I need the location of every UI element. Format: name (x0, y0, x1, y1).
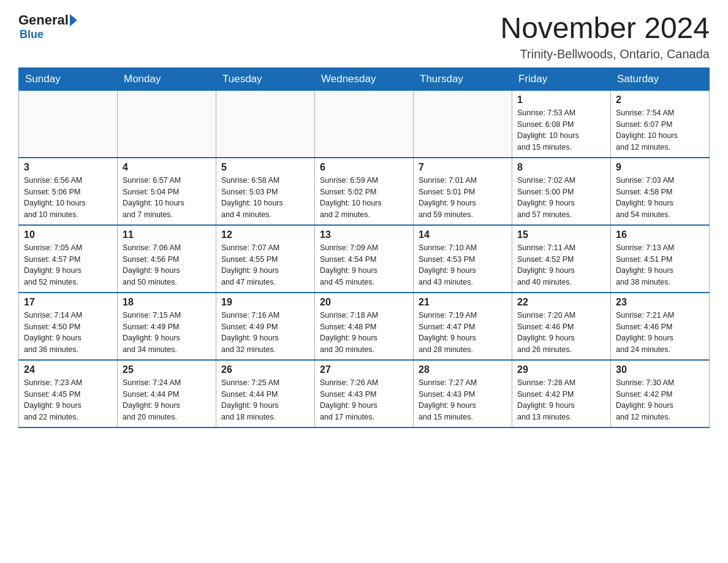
day-number: 15 (517, 229, 605, 240)
page-header: General Blue November 2024 Trinity-Bellw… (18, 12, 710, 61)
calendar-cell: 27Sunrise: 7:26 AMSunset: 4:43 PMDayligh… (315, 360, 414, 427)
calendar-cell: 22Sunrise: 7:20 AMSunset: 4:46 PMDayligh… (512, 293, 611, 360)
day-info: Sunrise: 7:10 AMSunset: 4:53 PMDaylight:… (419, 242, 507, 288)
calendar-cell: 28Sunrise: 7:27 AMSunset: 4:43 PMDayligh… (414, 360, 512, 427)
day-number: 29 (517, 364, 605, 375)
logo: General Blue (18, 12, 77, 41)
day-info: Sunrise: 7:09 AMSunset: 4:54 PMDaylight:… (320, 242, 408, 288)
day-info: Sunrise: 7:11 AMSunset: 4:52 PMDaylight:… (517, 242, 605, 288)
calendar-cell: 17Sunrise: 7:14 AMSunset: 4:50 PMDayligh… (19, 293, 118, 360)
month-title: November 2024 (500, 12, 710, 45)
calendar-header-monday: Monday (118, 67, 216, 90)
day-info: Sunrise: 6:57 AMSunset: 5:04 PMDaylight:… (123, 175, 211, 221)
day-number: 25 (123, 364, 211, 375)
day-info: Sunrise: 7:25 AMSunset: 4:44 PMDaylight:… (221, 377, 309, 423)
calendar-cell (414, 90, 512, 158)
day-info: Sunrise: 7:16 AMSunset: 4:49 PMDaylight:… (221, 310, 309, 356)
day-number: 23 (616, 297, 704, 308)
calendar-cell: 15Sunrise: 7:11 AMSunset: 4:52 PMDayligh… (512, 225, 611, 293)
day-info: Sunrise: 7:03 AMSunset: 4:58 PMDaylight:… (616, 175, 704, 221)
calendar-cell: 26Sunrise: 7:25 AMSunset: 4:44 PMDayligh… (216, 360, 315, 427)
day-number: 13 (320, 229, 408, 240)
day-info: Sunrise: 7:07 AMSunset: 4:55 PMDaylight:… (221, 242, 309, 288)
day-number: 7 (419, 162, 507, 173)
calendar-week-row: 24Sunrise: 7:23 AMSunset: 4:45 PMDayligh… (19, 360, 710, 427)
day-number: 9 (616, 162, 704, 173)
day-number: 6 (320, 162, 408, 173)
calendar-cell: 6Sunrise: 6:59 AMSunset: 5:02 PMDaylight… (315, 158, 414, 225)
calendar-header-thursday: Thursday (414, 67, 512, 90)
calendar-cell: 25Sunrise: 7:24 AMSunset: 4:44 PMDayligh… (118, 360, 216, 427)
day-number: 30 (616, 364, 704, 375)
calendar-cell: 5Sunrise: 6:58 AMSunset: 5:03 PMDaylight… (216, 158, 315, 225)
day-info: Sunrise: 7:18 AMSunset: 4:48 PMDaylight:… (320, 310, 408, 356)
day-info: Sunrise: 7:15 AMSunset: 4:49 PMDaylight:… (123, 310, 211, 356)
day-number: 14 (419, 229, 507, 240)
calendar-week-row: 17Sunrise: 7:14 AMSunset: 4:50 PMDayligh… (19, 293, 710, 360)
day-info: Sunrise: 7:53 AMSunset: 6:08 PMDaylight:… (517, 107, 605, 153)
day-number: 2 (616, 94, 704, 105)
calendar-cell: 2Sunrise: 7:54 AMSunset: 6:07 PMDaylight… (611, 90, 710, 158)
location: Trinity-Bellwoods, Ontario, Canada (500, 47, 710, 61)
title-block: November 2024 Trinity-Bellwoods, Ontario… (500, 12, 710, 61)
calendar-cell: 16Sunrise: 7:13 AMSunset: 4:51 PMDayligh… (611, 225, 710, 293)
calendar-cell: 14Sunrise: 7:10 AMSunset: 4:53 PMDayligh… (414, 225, 512, 293)
calendar-header-saturday: Saturday (611, 67, 710, 90)
calendar-header-sunday: Sunday (19, 67, 118, 90)
day-info: Sunrise: 7:24 AMSunset: 4:44 PMDaylight:… (123, 377, 211, 423)
calendar-header-friday: Friday (512, 67, 611, 90)
day-number: 3 (24, 162, 112, 173)
day-number: 17 (24, 297, 112, 308)
day-info: Sunrise: 7:54 AMSunset: 6:07 PMDaylight:… (616, 107, 704, 153)
calendar-cell: 3Sunrise: 6:56 AMSunset: 5:06 PMDaylight… (19, 158, 118, 225)
calendar-cell: 7Sunrise: 7:01 AMSunset: 5:01 PMDaylight… (414, 158, 512, 225)
calendar-cell: 30Sunrise: 7:30 AMSunset: 4:42 PMDayligh… (611, 360, 710, 427)
calendar-header-tuesday: Tuesday (216, 67, 315, 90)
calendar-cell: 13Sunrise: 7:09 AMSunset: 4:54 PMDayligh… (315, 225, 414, 293)
day-info: Sunrise: 7:02 AMSunset: 5:00 PMDaylight:… (517, 175, 605, 221)
day-number: 20 (320, 297, 408, 308)
day-number: 24 (24, 364, 112, 375)
day-info: Sunrise: 7:28 AMSunset: 4:42 PMDaylight:… (517, 377, 605, 423)
day-info: Sunrise: 7:19 AMSunset: 4:47 PMDaylight:… (419, 310, 507, 356)
calendar-header-wednesday: Wednesday (315, 67, 414, 90)
calendar-week-row: 1Sunrise: 7:53 AMSunset: 6:08 PMDaylight… (19, 90, 710, 158)
day-info: Sunrise: 6:58 AMSunset: 5:03 PMDaylight:… (221, 175, 309, 221)
day-info: Sunrise: 6:59 AMSunset: 5:02 PMDaylight:… (320, 175, 408, 221)
calendar-header-row: SundayMondayTuesdayWednesdayThursdayFrid… (19, 67, 710, 90)
calendar-cell: 24Sunrise: 7:23 AMSunset: 4:45 PMDayligh… (19, 360, 118, 427)
calendar-cell (19, 90, 118, 158)
day-number: 21 (419, 297, 507, 308)
day-info: Sunrise: 7:13 AMSunset: 4:51 PMDaylight:… (616, 242, 704, 288)
day-info: Sunrise: 7:20 AMSunset: 4:46 PMDaylight:… (517, 310, 605, 356)
calendar-week-row: 3Sunrise: 6:56 AMSunset: 5:06 PMDaylight… (19, 158, 710, 225)
day-number: 4 (123, 162, 211, 173)
calendar-table: SundayMondayTuesdayWednesdayThursdayFrid… (18, 67, 710, 428)
calendar-cell (216, 90, 315, 158)
day-info: Sunrise: 7:14 AMSunset: 4:50 PMDaylight:… (24, 310, 112, 356)
calendar-cell: 21Sunrise: 7:19 AMSunset: 4:47 PMDayligh… (414, 293, 512, 360)
calendar-cell: 8Sunrise: 7:02 AMSunset: 5:00 PMDaylight… (512, 158, 611, 225)
calendar-cell: 29Sunrise: 7:28 AMSunset: 4:42 PMDayligh… (512, 360, 611, 427)
day-info: Sunrise: 7:30 AMSunset: 4:42 PMDaylight:… (616, 377, 704, 423)
logo-general: General (18, 12, 69, 28)
day-number: 16 (616, 229, 704, 240)
day-info: Sunrise: 7:21 AMSunset: 4:46 PMDaylight:… (616, 310, 704, 356)
day-info: Sunrise: 7:26 AMSunset: 4:43 PMDaylight:… (320, 377, 408, 423)
day-number: 5 (221, 162, 309, 173)
calendar-cell (118, 90, 216, 158)
calendar-cell: 4Sunrise: 6:57 AMSunset: 5:04 PMDaylight… (118, 158, 216, 225)
calendar-week-row: 10Sunrise: 7:05 AMSunset: 4:57 PMDayligh… (19, 225, 710, 293)
logo-triangle-icon (70, 14, 77, 26)
day-number: 19 (221, 297, 309, 308)
calendar-cell: 9Sunrise: 7:03 AMSunset: 4:58 PMDaylight… (611, 158, 710, 225)
calendar-cell: 12Sunrise: 7:07 AMSunset: 4:55 PMDayligh… (216, 225, 315, 293)
calendar-cell (315, 90, 414, 158)
calendar-cell: 18Sunrise: 7:15 AMSunset: 4:49 PMDayligh… (118, 293, 216, 360)
calendar-cell: 11Sunrise: 7:06 AMSunset: 4:56 PMDayligh… (118, 225, 216, 293)
day-number: 10 (24, 229, 112, 240)
day-number: 26 (221, 364, 309, 375)
day-info: Sunrise: 7:05 AMSunset: 4:57 PMDaylight:… (24, 242, 112, 288)
day-number: 12 (221, 229, 309, 240)
calendar-cell: 23Sunrise: 7:21 AMSunset: 4:46 PMDayligh… (611, 293, 710, 360)
